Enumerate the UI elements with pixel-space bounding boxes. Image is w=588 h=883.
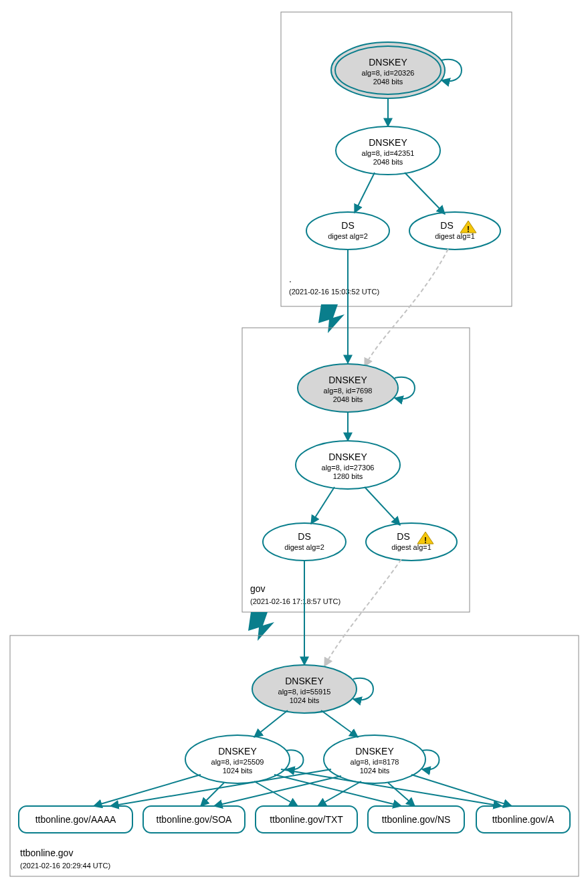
node-domain-zsk1[interactable]: DNSKEY alg=8, id=25509 1024 bits <box>185 735 290 783</box>
dom-zsk1-l2: 1024 bits <box>223 767 253 775</box>
gov-ds1-title: DS <box>298 531 310 542</box>
dom-zsk2-l1: alg=8, id=8178 <box>351 758 399 766</box>
gov-zsk-title: DNSKEY <box>328 452 367 462</box>
rr-ns[interactable]: ttbonline.gov/NS <box>368 806 464 833</box>
e-z2-a <box>411 775 512 806</box>
dom-ksk-l2: 1024 bits <box>290 696 320 704</box>
root-ds2-title: DS <box>440 220 453 231</box>
e-z1-soa <box>201 783 224 806</box>
e-z1-txt <box>254 781 298 806</box>
e-z2-txt <box>318 781 361 806</box>
svg-point-4 <box>306 212 389 250</box>
zone-root: . (2021-02-16 15:03:52 UTC) DNSKEY alg=8… <box>281 12 512 306</box>
gov-ds2-title: DS <box>397 531 409 542</box>
edge-ds2-gov-ksk <box>365 249 448 367</box>
edge-gov-zsk-ds2 <box>365 487 400 525</box>
svg-point-5 <box>409 212 500 250</box>
root-ds1-title: DS <box>341 220 354 231</box>
dom-zsk1-l1: alg=8, id=25509 <box>211 758 264 766</box>
edge-root-zsk-ds2 <box>405 173 445 214</box>
root-ksk-title: DNSKEY <box>369 57 407 68</box>
rr-a[interactable]: ttbonline.gov/A <box>476 806 570 833</box>
zone-gov-ts: (2021-02-16 17:18:57 UTC) <box>250 597 340 605</box>
edge-gov-zsk-ds1 <box>311 487 334 524</box>
gov-zsk-l1: alg=8, id=27306 <box>322 464 375 472</box>
dom-zsk2-l2: 1024 bits <box>360 767 390 775</box>
zone-root-ts: (2021-02-16 15:03:52 UTC) <box>289 288 379 296</box>
gov-zsk-l2: 1280 bits <box>333 472 363 480</box>
node-root-ds1[interactable]: DS digest alg=2 <box>306 212 389 250</box>
dom-zsk1-title: DNSKEY <box>218 746 257 757</box>
gov-ksk-l2: 2048 bits <box>333 395 363 403</box>
dom-ksk-title: DNSKEY <box>285 676 324 686</box>
edge-root-zsk-ds1 <box>355 173 375 213</box>
edge-govds2-dom-ksk <box>324 559 401 666</box>
rr-aaaa-text: ttbonline.gov/AAAA <box>35 814 116 825</box>
node-gov-ksk[interactable]: DNSKEY alg=8, id=7698 2048 bits <box>298 364 398 412</box>
dom-zsk2-title: DNSKEY <box>355 746 394 757</box>
edge-ksk-zsk1 <box>254 710 288 737</box>
svg-text:!: ! <box>424 536 427 545</box>
root-ksk-l1: alg=8, id=20326 <box>362 69 415 77</box>
svg-point-12 <box>366 523 457 561</box>
zone-gov: gov (2021-02-16 17:18:57 UTC) DNSKEY alg… <box>242 249 470 612</box>
dom-ksk-l1: alg=8, id=55915 <box>278 688 331 696</box>
node-root-zsk[interactable]: DNSKEY alg=8, id=42351 2048 bits <box>336 126 440 175</box>
transition-arrow-gov-domain <box>248 612 274 641</box>
gov-ds1-l1: digest alg=2 <box>284 543 324 551</box>
rr-soa[interactable]: ttbonline.gov/SOA <box>143 806 245 833</box>
rr-aaaa[interactable]: ttbonline.gov/AAAA <box>19 806 132 833</box>
node-root-ds2[interactable]: DS digest alg=1 ! <box>409 212 500 250</box>
svg-text:!: ! <box>467 225 470 234</box>
zone-gov-label: gov <box>250 583 266 594</box>
node-gov-zsk[interactable]: DNSKEY alg=8, id=27306 1280 bits <box>296 441 400 489</box>
zone-domain-label: ttbonline.gov <box>20 848 73 858</box>
zone-domain: ttbonline.gov (2021-02-16 20:29:44 UTC) … <box>10 559 579 876</box>
root-zsk-l2: 2048 bits <box>373 158 403 166</box>
zone-domain-ts: (2021-02-16 20:29:44 UTC) <box>20 862 110 870</box>
edge-ksk-zsk2 <box>321 710 358 737</box>
rr-soa-text: ttbonline.gov/SOA <box>157 814 233 825</box>
node-gov-ds1[interactable]: DS digest alg=2 <box>263 523 346 561</box>
zone-root-label: . <box>289 274 292 284</box>
root-zsk-l1: alg=8, id=42351 <box>362 149 415 157</box>
node-root-ksk[interactable]: DNSKEY alg=8, id=20326 2048 bits <box>331 42 445 98</box>
e-z2-ns <box>388 783 415 806</box>
node-gov-ds2[interactable]: DS digest alg=1 ! <box>366 523 457 561</box>
svg-point-11 <box>263 523 346 561</box>
root-ds1-l1: digest alg=2 <box>328 232 368 240</box>
rr-txt[interactable]: ttbonline.gov/TXT <box>256 806 357 833</box>
root-zsk-title: DNSKEY <box>369 137 407 148</box>
rr-ns-text: ttbonline.gov/NS <box>382 814 451 825</box>
root-ksk-l2: 2048 bits <box>373 78 403 86</box>
rr-a-text: ttbonline.gov/A <box>492 814 555 825</box>
gov-ksk-l1: alg=8, id=7698 <box>324 387 373 395</box>
node-domain-ksk[interactable]: DNSKEY alg=8, id=55915 1024 bits <box>252 665 357 713</box>
transition-arrow-root-gov <box>318 304 345 333</box>
rr-txt-text: ttbonline.gov/TXT <box>270 814 343 825</box>
e-z1-aaaa <box>94 775 201 806</box>
gov-ksk-title: DNSKEY <box>328 375 367 385</box>
